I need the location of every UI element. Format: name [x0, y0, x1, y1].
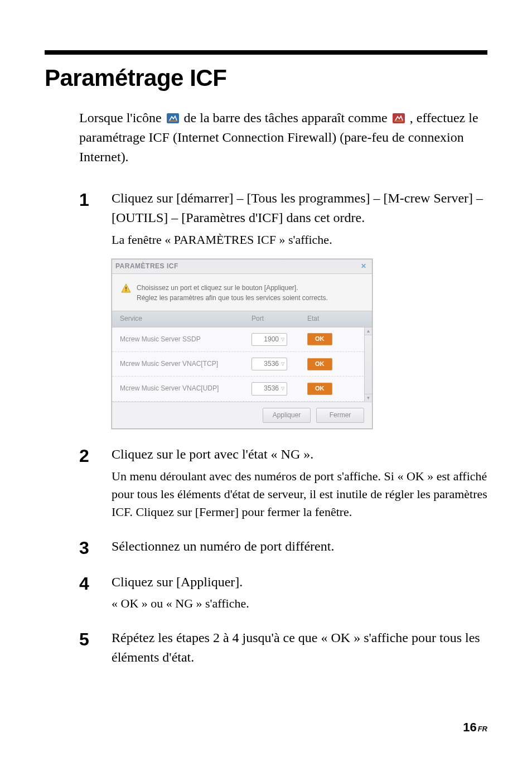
step-main-text: Répétez les étapes 2 à 4 jusqu'à ce que …: [112, 628, 487, 667]
intro-paragraph: Lorsque l'icône de la barre des tâches a…: [79, 108, 487, 166]
port-value: 1900: [264, 335, 279, 344]
step-2: 2 Cliquez sur le port avec l'état « NG »…: [79, 445, 487, 520]
port-value: 3536: [264, 384, 279, 393]
step-main-text: Cliquez sur [démarrer] – [Tous les progr…: [112, 189, 487, 228]
step-sub-text: Un menu déroulant avec des numéros de po…: [112, 467, 487, 521]
table-header-row: Service Port Etat: [112, 311, 372, 327]
document-page: Paramétrage ICF Lorsque l'icône de la ba…: [0, 0, 532, 757]
page-number: 16FR: [463, 720, 487, 735]
dialog-title-text: PARAMÈTRES ICF: [115, 262, 178, 271]
warning-icon: [121, 283, 131, 293]
step-sub-text: La fenêtre « PARAMÈTRES ICF » s'affiche.: [112, 231, 487, 249]
svg-rect-1: [168, 120, 177, 122]
scroll-down-icon[interactable]: ▼: [365, 394, 372, 402]
close-button[interactable]: Fermer: [316, 408, 364, 423]
step-4: 4 Cliquez sur [Appliquer]. « OK » ou « N…: [79, 572, 487, 613]
step-number: 5: [79, 628, 107, 667]
scroll-up-icon[interactable]: ▲: [365, 327, 372, 335]
scrollbar[interactable]: ▲ ▼: [364, 327, 372, 402]
dialog-footer: Appliquer Fermer: [112, 402, 372, 428]
port-value: 3536: [264, 359, 279, 369]
intro-text-b: de la barre des tâches apparaît comme: [184, 110, 391, 125]
table-row[interactable]: Mcrew Music Server VNAC[TCP] 3536▽ OK: [112, 352, 372, 377]
port-select[interactable]: 3536▽: [252, 358, 287, 370]
table-row[interactable]: Mcrew Music Server SSDP 1900▽ OK: [112, 327, 372, 352]
page-number-value: 16: [463, 720, 476, 734]
service-name: Mcrew Music Server VNAC[UDP]: [120, 384, 252, 393]
step-body: Répétez les étapes 2 à 4 jusqu'à ce que …: [112, 628, 487, 667]
step-3: 3 Sélectionnez un numéro de port différe…: [79, 537, 487, 557]
step-sub-text: « OK » ou « NG » s'affiche.: [112, 595, 487, 613]
svg-rect-3: [394, 120, 403, 122]
table-body: Mcrew Music Server SSDP 1900▽ OK Mcrew M…: [112, 327, 372, 402]
step-main-text: Cliquez sur le port avec l'état « NG ».: [112, 445, 487, 464]
step-5: 5 Répétez les étapes 2 à 4 jusqu'à ce qu…: [79, 628, 487, 667]
dialog-msg-line1: Choisissez un port et cliquez sur le bou…: [137, 283, 328, 293]
step-main-text: Cliquez sur [Appliquer].: [112, 572, 487, 592]
taskbar-icon-warning: [393, 113, 405, 123]
step-body: Cliquez sur [Appliquer]. « OK » ou « NG …: [112, 572, 487, 613]
col-state: Etat: [307, 314, 363, 324]
step-main-text: Sélectionnez un numéro de port différent…: [112, 537, 487, 556]
chevron-down-icon: ▽: [281, 361, 284, 368]
intro-text-a: Lorsque l'icône: [79, 110, 165, 125]
apply-button[interactable]: Appliquer: [263, 408, 311, 423]
table-row[interactable]: Mcrew Music Server VNAC[UDP] 3536▽ OK: [112, 377, 372, 401]
svg-rect-5: [125, 291, 127, 292]
step-number: 2: [79, 445, 107, 520]
step-body: Cliquez sur le port avec l'état « NG ». …: [112, 445, 487, 520]
dialog-msg-line2: Réglez les paramètres afin que tous les …: [137, 293, 328, 303]
page-title: Paramétrage ICF: [45, 65, 487, 91]
status-badge: OK: [307, 358, 332, 370]
taskbar-icon-normal: [167, 113, 179, 123]
col-service: Service: [120, 314, 252, 324]
col-port: Port: [252, 314, 307, 324]
page-lang: FR: [478, 725, 487, 733]
step-body: Sélectionnez un numéro de port différent…: [112, 537, 487, 557]
status-badge: OK: [307, 333, 332, 345]
chevron-down-icon: ▽: [281, 385, 284, 392]
icf-settings-dialog: PARAMÈTRES ICF ✕ Choisissez un port et c…: [112, 259, 373, 429]
dialog-titlebar: PARAMÈTRES ICF ✕: [112, 259, 372, 274]
step-number: 4: [79, 572, 107, 613]
service-name: Mcrew Music Server VNAC[TCP]: [120, 359, 252, 369]
status-badge: OK: [307, 383, 332, 395]
port-select[interactable]: 3536▽: [252, 382, 287, 395]
step-number: 1: [79, 189, 107, 429]
svg-rect-4: [125, 287, 127, 290]
dialog-message-text: Choisissez un port et cliquez sur le bou…: [137, 283, 328, 303]
step-1: 1 Cliquez sur [démarrer] – [Tous les pro…: [79, 189, 487, 429]
step-body: Cliquez sur [démarrer] – [Tous les progr…: [112, 189, 487, 429]
service-name: Mcrew Music Server SSDP: [120, 335, 252, 344]
close-icon[interactable]: ✕: [359, 262, 369, 271]
step-number: 3: [79, 537, 107, 557]
dialog-message: Choisissez un port et cliquez sur le bou…: [112, 274, 372, 311]
steps-list: 1 Cliquez sur [démarrer] – [Tous les pro…: [79, 189, 487, 667]
chevron-down-icon: ▽: [281, 336, 284, 343]
title-rule: [45, 50, 487, 55]
port-select[interactable]: 1900▽: [252, 333, 287, 346]
